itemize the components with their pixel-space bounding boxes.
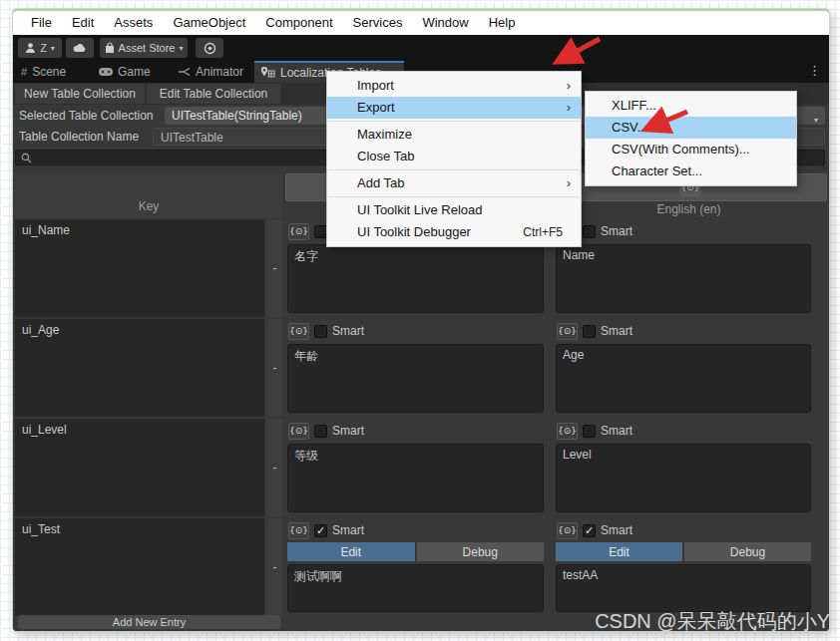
localized-property-icon[interactable]: {⊙} bbox=[557, 323, 578, 340]
localized-property-icon[interactable]: {⊙} bbox=[557, 423, 578, 440]
menu-help[interactable]: Help bbox=[479, 11, 526, 35]
menu-gameobject[interactable]: GameObject bbox=[163, 11, 255, 35]
menu-item-add-tab[interactable]: Add Tab › bbox=[327, 172, 581, 194]
gamepad-icon bbox=[99, 68, 113, 76]
smart-checkbox[interactable] bbox=[314, 325, 327, 338]
menu-item-label: CSV... bbox=[612, 120, 647, 135]
smart-label: Smart bbox=[601, 523, 632, 537]
key-cell[interactable]: ui_Name bbox=[15, 219, 264, 317]
person-icon bbox=[25, 42, 36, 54]
account-label: Z bbox=[40, 42, 47, 54]
localized-property-icon[interactable]: {⊙} bbox=[288, 522, 309, 539]
menu-item-ui-toolkit-debugger[interactable]: UI Toolkit Debugger Ctrl+F5 bbox=[327, 221, 581, 243]
asset-store-label: Asset Store bbox=[119, 42, 176, 54]
new-table-collection-button[interactable]: New Table Collection bbox=[15, 84, 145, 104]
watermark-text: CSDN @呆呆敲代码的小Y bbox=[595, 608, 830, 635]
smart-label: Smart bbox=[332, 424, 364, 438]
menu-item-label: Close Tab bbox=[357, 149, 415, 163]
localized-property-icon[interactable]: {⊙} bbox=[288, 423, 309, 440]
selected-collection-value: UITestTable(StringTable) bbox=[172, 109, 302, 123]
menu-file[interactable]: File bbox=[21, 11, 62, 35]
submenu-chevron-icon: › bbox=[567, 97, 571, 119]
menu-item-label: CSV(With Comments)... bbox=[612, 142, 750, 157]
menu-item-maximize[interactable]: Maximize bbox=[327, 124, 581, 146]
tab-game[interactable]: Game bbox=[93, 61, 157, 83]
translation-text-en[interactable]: Age bbox=[556, 344, 811, 413]
submenu-item-csv[interactable]: CSV... bbox=[586, 117, 796, 139]
scene-icon: # bbox=[21, 66, 27, 78]
add-new-entry-button[interactable]: Add New Entry bbox=[18, 615, 280, 629]
tab-scene[interactable]: # Scene bbox=[15, 61, 72, 83]
table-row: ui_Age - {⊙} Smart 年龄 {⊙} Smart bbox=[15, 319, 827, 417]
edit-table-collection-button[interactable]: Edit Table Collection bbox=[147, 84, 280, 104]
menu-item-label: Character Set... bbox=[612, 163, 702, 178]
edit-tab-button[interactable]: Edit bbox=[287, 542, 415, 561]
submenu-item-csv-with-comments[interactable]: CSV(With Comments)... bbox=[586, 139, 796, 160]
smart-label: Smart bbox=[601, 324, 632, 338]
translation-text-zh[interactable]: 年龄 bbox=[287, 344, 544, 413]
menu-item-export[interactable]: Export › bbox=[327, 97, 581, 119]
menu-services[interactable]: Services bbox=[343, 11, 413, 35]
tab-label: Game bbox=[118, 65, 151, 79]
target-icon bbox=[204, 42, 216, 55]
tab-overflow-menu-icon[interactable]: ⋮ bbox=[808, 63, 821, 78]
menu-item-ui-toolkit-live-reload[interactable]: UI Toolkit Live Reload bbox=[327, 199, 581, 221]
menu-item-label: XLIFF... bbox=[612, 98, 656, 113]
edit-tab-button[interactable]: Edit bbox=[556, 542, 682, 561]
localized-property-icon[interactable]: {⊙} bbox=[288, 323, 309, 340]
menu-shortcut: Ctrl+F5 bbox=[523, 221, 563, 243]
tab-context-menu: Import › Export › Maximize Close Tab Add… bbox=[326, 71, 582, 247]
localized-property-icon[interactable]: {⊙} bbox=[557, 522, 578, 539]
target-button[interactable] bbox=[196, 38, 223, 58]
localization-pin-icon bbox=[260, 67, 275, 79]
menu-component[interactable]: Component bbox=[255, 11, 342, 35]
tab-animator[interactable]: Animator bbox=[173, 61, 249, 83]
key-column-header: Key bbox=[15, 173, 282, 218]
translation-text-en[interactable]: Name bbox=[556, 244, 811, 313]
key-label: ui_Name bbox=[15, 219, 264, 241]
remove-entry-button[interactable]: - bbox=[267, 219, 282, 317]
submenu-chevron-icon: › bbox=[567, 75, 571, 97]
translation-text-en[interactable]: testAA bbox=[556, 564, 811, 612]
translation-text-zh[interactable]: 名字 bbox=[287, 244, 544, 313]
translation-text-zh[interactable]: 测试啊啊 bbox=[287, 564, 544, 612]
translation-text-zh[interactable]: 等级 bbox=[287, 444, 544, 512]
localized-property-icon[interactable]: {⊙} bbox=[288, 223, 309, 240]
remove-entry-button[interactable]: - bbox=[267, 419, 282, 516]
cloud-button[interactable] bbox=[66, 38, 94, 58]
submenu-item-character-set[interactable]: Character Set... bbox=[586, 160, 796, 182]
menu-separator bbox=[328, 196, 580, 197]
submenu-chevron-icon: › bbox=[567, 172, 571, 194]
menu-item-close-tab[interactable]: Close Tab bbox=[327, 146, 581, 167]
key-cell[interactable]: ui_Age bbox=[15, 319, 264, 417]
smart-checkbox-checked[interactable]: ✓ bbox=[583, 524, 596, 537]
locale-en-header-label: English (en) bbox=[551, 201, 827, 218]
submenu-item-xliff[interactable]: XLIFF... bbox=[586, 95, 796, 117]
remove-entry-button[interactable]: - bbox=[267, 518, 282, 616]
smart-label: Smart bbox=[332, 324, 364, 338]
animator-icon bbox=[179, 67, 191, 77]
table-row: ui_Test - {⊙} ✓ Smart Edit Debug 测试啊啊 bbox=[15, 518, 827, 616]
smart-label: Smart bbox=[601, 224, 632, 238]
key-cell[interactable]: ui_Test bbox=[15, 518, 264, 616]
menu-separator bbox=[328, 169, 580, 170]
asset-store-button[interactable]: Asset Store ▾ bbox=[100, 38, 188, 58]
value-cell-en: {⊙} Smart Age bbox=[555, 319, 812, 417]
menu-window[interactable]: Window bbox=[412, 11, 478, 35]
translation-text-en[interactable]: Level bbox=[556, 444, 811, 512]
debug-tab-button[interactable]: Debug bbox=[417, 542, 545, 561]
menu-item-import[interactable]: Import › bbox=[327, 75, 581, 97]
smart-checkbox[interactable] bbox=[583, 225, 596, 238]
menu-assets[interactable]: Assets bbox=[104, 11, 163, 35]
value-cell-en: {⊙} Smart Name bbox=[555, 219, 812, 317]
smart-checkbox[interactable] bbox=[583, 425, 596, 438]
smart-checkbox[interactable] bbox=[583, 325, 596, 338]
smart-checkbox[interactable] bbox=[314, 425, 327, 438]
menu-edit[interactable]: Edit bbox=[62, 11, 104, 35]
debug-tab-button[interactable]: Debug bbox=[684, 542, 811, 561]
key-cell[interactable]: ui_Level bbox=[15, 419, 264, 516]
smart-checkbox-checked[interactable]: ✓ bbox=[314, 524, 327, 537]
remove-entry-button[interactable]: - bbox=[267, 319, 282, 417]
menu-item-label: Import bbox=[357, 78, 394, 93]
account-button[interactable]: Z ▾ bbox=[18, 38, 62, 58]
